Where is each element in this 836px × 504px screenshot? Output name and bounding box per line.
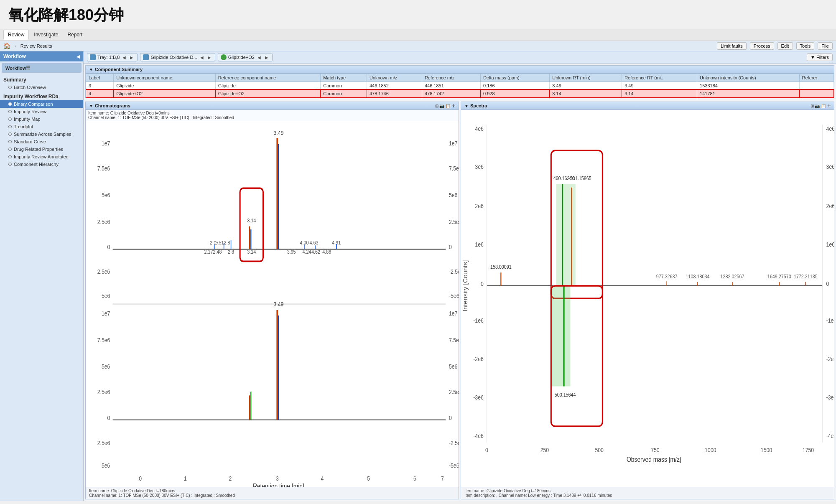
sidebar-item-drug-related[interactable]: Drug Related Properties (0, 145, 83, 153)
svg-text:5e6: 5e6 (102, 363, 110, 370)
svg-text:1: 1 (184, 475, 187, 482)
sidebar-item-standard-curve[interactable]: Standard Curve (0, 138, 83, 145)
svg-text:2.172.48: 2.172.48 (204, 249, 222, 255)
sample1-next[interactable]: ▶ (206, 55, 212, 60)
chrom-footer-item: Item name: Glipizide Oxidative Deg t=180… (89, 489, 455, 493)
tools-button[interactable]: Tools (796, 42, 815, 50)
svg-text:-1e6: -1e6 (826, 318, 834, 324)
svg-text:5e6: 5e6 (102, 192, 110, 199)
panel-expand-icon[interactable]: ▼ (89, 67, 93, 72)
cell-unknown-rt: 3.14 (550, 90, 622, 98)
cell-delta-mass: 0.928 (480, 90, 549, 98)
svg-text:2.5e6: 2.5e6 (97, 219, 110, 225)
spectra-expand-icon[interactable]: ▼ (464, 104, 469, 108)
svg-text:7: 7 (441, 475, 444, 482)
spectra-svg: 4e6 3e6 2e6 1e6 0 -1e6 -2e6 -3e6 -4e6 4e… (461, 110, 834, 487)
col-delta-mass: Delta mass (ppm) (480, 74, 549, 82)
chromatogram-chart-area[interactable]: TIC [Counts] 1e7 7.5e6 5e6 2.5e6 0 2.5e6… (86, 121, 459, 487)
spectra-tools: ⊞ 📷 📋 ✛ (811, 104, 831, 108)
menu-review[interactable]: Review (3, 30, 29, 40)
svg-text:4.86: 4.86 (322, 249, 331, 255)
sidebar-item-label: Impurity Map (14, 117, 41, 122)
sidebar-item-binary-comparison[interactable]: Binary Comparison (0, 100, 83, 108)
table-row[interactable]: 4 Glipizide+O2 Glipizide+O2 Common 478.1… (86, 90, 834, 98)
sample2-selector[interactable]: Glipizide+O2 ◀ ▶ (218, 53, 273, 61)
svg-text:3.49: 3.49 (273, 301, 283, 308)
menu-report[interactable]: Report (63, 30, 87, 39)
sidebar-section-impurity: Impurity Workflow RDa (0, 91, 83, 100)
sidebar-item-label: Component Hierarchy (14, 162, 59, 167)
svg-text:1e6: 1e6 (826, 241, 834, 248)
sidebar-collapse-icon[interactable]: ◀ (76, 54, 80, 59)
sidebar-item-batch-overview[interactable]: Batch Overview (0, 84, 83, 91)
sidebar-item-summarize[interactable]: Summarize Across Samples (0, 130, 83, 138)
svg-text:7.5e6: 7.5e6 (97, 165, 110, 172)
cell-match-type: Common (321, 90, 367, 98)
tray-selector[interactable]: Tray: 1:B,8 ◀ ▶ (87, 53, 138, 61)
home-icon[interactable]: 🏠 (3, 43, 10, 49)
limit-faults-button[interactable]: Limit faults (717, 42, 747, 50)
cell-ref (799, 90, 833, 98)
sample-nav: Tray: 1:B,8 ◀ ▶ Glipizide Oxidative D...… (84, 51, 836, 64)
sidebar-header: Workflow ◀ (0, 51, 83, 61)
sidebar-bullet (8, 148, 12, 151)
sidebar-item-impurity-review-annotated[interactable]: Impurity Review Annotated (0, 153, 83, 160)
summary-table-container[interactable]: Label Unknown component name Reference c… (86, 74, 834, 98)
svg-text:3.49: 3.49 (273, 130, 283, 136)
sample1-icon (143, 54, 149, 60)
svg-text:0: 0 (449, 244, 452, 250)
cell-ref-name: Glipizide+O2 (215, 90, 321, 98)
svg-text:2.5e6: 2.5e6 (449, 389, 459, 395)
file-button[interactable]: File (818, 42, 833, 50)
tray-next-arrow[interactable]: ▶ (129, 55, 135, 60)
sample2-next[interactable]: ▶ (264, 55, 270, 60)
svg-text:-2.5e6: -2.5e6 (449, 440, 459, 446)
svg-text:1e7: 1e7 (102, 310, 110, 317)
svg-text:5: 5 (367, 475, 370, 482)
sidebar-item-label: Batch Overview (14, 85, 46, 90)
sidebar-item-label: Binary Comparison (14, 102, 53, 107)
chromatogram-svg: TIC [Counts] 1e7 7.5e6 5e6 2.5e6 0 2.5e6… (86, 121, 459, 487)
toolbar: 🏠 › Review Results Limit faults Process … (0, 41, 836, 51)
sidebar-item-impurity-map[interactable]: Impurity Map (0, 115, 83, 123)
toolbar-right: Limit faults Process Edit Tools File (717, 42, 833, 50)
tray-prev-arrow[interactable]: ◀ (121, 55, 127, 60)
col-ref-rt: Reference RT (mi... (622, 74, 697, 82)
chrom-channel-name: Channel name: 1: TOF MSe (50-2000) 30V E… (88, 115, 456, 120)
spectra-chart-area[interactable]: 4e6 3e6 2e6 1e6 0 -1e6 -2e6 -3e6 -4e6 4e… (461, 110, 834, 487)
sidebar-inner: Workflow ☰ (2, 63, 82, 73)
svg-rect-111 (551, 286, 570, 387)
sample1-selector[interactable]: Glipizide Oxidative D... ◀ ▶ (140, 53, 215, 61)
sample1-prev[interactable]: ◀ (199, 55, 205, 60)
sidebar-item-impurity-review[interactable]: Impurity Review (0, 108, 83, 115)
sidebar-item-trendplot[interactable]: Trendplot (0, 123, 83, 130)
table-row[interactable]: 3 Glipizide Glipizide Common 446.1852 44… (86, 82, 834, 90)
summary-table: Label Unknown component name Reference c… (86, 74, 834, 98)
svg-text:2.5e6: 2.5e6 (97, 389, 110, 395)
sidebar-item-component-hierarchy[interactable]: Component Hierarchy (0, 160, 83, 168)
process-button[interactable]: Process (750, 42, 774, 50)
page-title: 氧化降解180分钟 (0, 0, 836, 29)
svg-text:-2e6: -2e6 (473, 356, 484, 363)
svg-text:-1e6: -1e6 (473, 318, 484, 324)
svg-text:3e6: 3e6 (826, 164, 834, 171)
spectra-footer: Item name: Glipizide Oxidative Deg t=180… (461, 487, 834, 499)
svg-text:4.62: 4.62 (311, 249, 320, 255)
charts-row: ▼ Chromatograms ⊞ 📷 📋 ✛ Item name: Glipi… (84, 100, 836, 501)
svg-text:Observed mass [m/z]: Observed mass [m/z] (627, 456, 681, 463)
svg-text:3.14: 3.14 (247, 249, 256, 255)
svg-text:1500: 1500 (761, 447, 772, 453)
col-label: Label (86, 74, 114, 82)
chromatogram-footer: Item name: Glipizide Oxidative Deg t=180… (86, 487, 459, 499)
edit-button[interactable]: Edit (777, 42, 793, 50)
svg-text:4.63: 4.63 (309, 239, 318, 246)
svg-text:Intensity [Counts]: Intensity [Counts] (462, 260, 469, 311)
menu-investigate[interactable]: Investigate (30, 30, 62, 39)
filters-button[interactable]: ▼ Filters (807, 53, 833, 61)
svg-text:0: 0 (107, 244, 110, 250)
sidebar-inner-menu-icon[interactable]: ☰ (26, 65, 30, 71)
svg-text:5e6: 5e6 (449, 363, 458, 370)
svg-text:0: 0 (107, 415, 110, 421)
sample2-prev[interactable]: ◀ (256, 55, 262, 60)
chromatogram-expand-icon[interactable]: ▼ (89, 104, 93, 108)
